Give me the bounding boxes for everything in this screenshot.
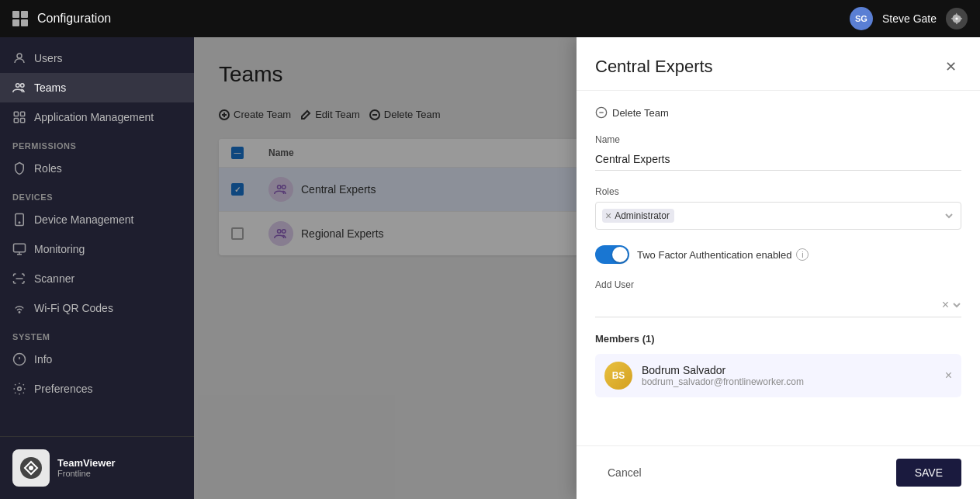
member-item: BS Bodrum Salvador bodrum_salvador@front…	[595, 354, 961, 397]
two-factor-toggle[interactable]	[595, 245, 629, 264]
member-remove-button[interactable]: ×	[945, 369, 952, 383]
devices-section-label: DEVICES	[0, 183, 194, 205]
name-input[interactable]	[595, 150, 961, 171]
two-factor-toggle-container: Two Factor Authentication enabled i	[595, 245, 961, 264]
svg-rect-7	[21, 119, 25, 123]
svg-rect-10	[14, 244, 26, 252]
app-body: Users Teams Application Management PERMI…	[0, 37, 980, 499]
svg-point-3	[21, 84, 25, 88]
role-tag-close[interactable]: ×	[605, 210, 611, 221]
permissions-section-label: PERMISSIONS	[0, 132, 194, 154]
member-email: bodrum_salvador@frontlineworker.com	[642, 376, 936, 387]
add-user-form-group: Add User ×	[595, 279, 961, 317]
sidebar-item-preferences[interactable]: Preferences	[0, 374, 194, 404]
svg-point-1	[17, 54, 22, 58]
sidebar-item-teams[interactable]: Teams	[0, 73, 194, 102]
chevron-down-icon	[944, 210, 954, 221]
sidebar-item-device-mgmt-label: Device Management	[34, 213, 133, 226]
sidebar-item-monitoring[interactable]: Monitoring	[0, 234, 194, 264]
info-icon[interactable]: i	[796, 248, 809, 261]
teamviewer-logo: TeamViewer Frontline	[12, 449, 182, 487]
svg-rect-6	[14, 119, 18, 123]
sidebar-item-users-label: Users	[34, 52, 63, 64]
team-detail-modal: Central Experts ✕ Delete Team Name Roles	[577, 37, 980, 499]
delete-team-modal-button[interactable]: Delete Team	[595, 106, 669, 119]
svg-rect-4	[14, 112, 18, 116]
sidebar-item-preferences-label: Preferences	[34, 383, 92, 395]
logo-text: TeamViewer Frontline	[57, 457, 116, 480]
system-section-label: SYSTEM	[0, 323, 194, 345]
sidebar-item-device-mgmt[interactable]: Device Management	[0, 205, 194, 234]
sidebar-footer: TeamViewer Frontline	[0, 436, 194, 499]
role-tags: × Administrator	[602, 209, 674, 223]
topbar-left: Configuration	[12, 11, 111, 26]
grid-icon[interactable]	[12, 11, 28, 26]
topbar: Configuration SG Steve Gate	[0, 0, 980, 37]
sidebar-item-roles[interactable]: Roles	[0, 154, 194, 183]
modal-footer: Cancel SAVE	[577, 445, 980, 499]
svg-point-2	[16, 84, 20, 88]
save-button[interactable]: SAVE	[896, 459, 961, 487]
svg-rect-5	[21, 112, 25, 116]
member-avatar-bs: BS	[604, 362, 632, 390]
sidebar-nav: Users Teams Application Management PERMI…	[0, 37, 194, 436]
main-content-area: Teams Create Team Edit Team Delete Team	[194, 37, 980, 499]
svg-point-11	[19, 312, 20, 314]
sidebar: Users Teams Application Management PERMI…	[0, 37, 194, 499]
members-title: Members (1)	[595, 333, 961, 345]
roles-form-group: Roles × Administrator	[595, 186, 961, 230]
add-user-field: ×	[595, 295, 961, 317]
role-tag-administrator: × Administrator	[602, 209, 674, 223]
roles-field[interactable]: × Administrator	[595, 202, 961, 230]
sidebar-item-scanner[interactable]: Scanner	[0, 264, 194, 293]
cancel-button[interactable]: Cancel	[595, 460, 654, 485]
add-user-controls: ×	[942, 298, 961, 312]
svg-point-15	[29, 466, 33, 470]
sidebar-item-wifi-qr[interactable]: Wi-Fi QR Codes	[0, 293, 194, 323]
sidebar-item-app-mgmt[interactable]: Application Management	[0, 102, 194, 132]
svg-point-13	[18, 387, 22, 391]
app-title: Configuration	[37, 12, 111, 26]
user-avatar: SG	[850, 7, 873, 30]
sidebar-item-app-mgmt-label: Application Management	[34, 111, 154, 123]
modal-close-button[interactable]: ✕	[940, 56, 961, 78]
modal-title: Central Experts	[595, 57, 713, 77]
topbar-right: SG Steve Gate	[850, 7, 968, 30]
sidebar-item-info[interactable]: Info	[0, 345, 194, 374]
logo-box	[12, 449, 50, 487]
svg-point-9	[19, 222, 20, 224]
sidebar-item-roles-label: Roles	[34, 162, 62, 175]
add-user-input[interactable]	[595, 299, 942, 311]
dropdown-icon[interactable]	[952, 300, 961, 310]
modal-header: Central Experts ✕	[577, 37, 980, 91]
sidebar-item-users[interactable]: Users	[0, 43, 194, 73]
member-name: Bodrum Salvador	[642, 364, 936, 376]
roles-label: Roles	[595, 186, 961, 197]
sidebar-item-monitoring-label: Monitoring	[34, 243, 85, 255]
clear-icon[interactable]: ×	[942, 298, 949, 312]
two-factor-label: Two Factor Authentication enabled i	[637, 248, 809, 261]
roles-right	[944, 210, 954, 221]
member-info: Bodrum Salvador bodrum_salvador@frontlin…	[642, 364, 936, 387]
sidebar-item-teams-label: Teams	[34, 81, 66, 94]
sidebar-item-info-label: Info	[34, 353, 52, 366]
toggle-knob	[612, 247, 628, 262]
sidebar-item-wifi-qr-label: Wi-Fi QR Codes	[34, 302, 113, 314]
members-section: Members (1) BS Bodrum Salvador bodrum_sa…	[595, 333, 961, 397]
user-name: Steve Gate	[882, 12, 937, 25]
name-label: Name	[595, 134, 961, 145]
modal-body: Delete Team Name Roles × Administrat	[577, 91, 980, 445]
name-form-group: Name	[595, 134, 961, 171]
sidebar-item-scanner-label: Scanner	[34, 272, 74, 285]
settings-icon[interactable]	[946, 8, 968, 29]
add-user-label: Add User	[595, 279, 961, 290]
